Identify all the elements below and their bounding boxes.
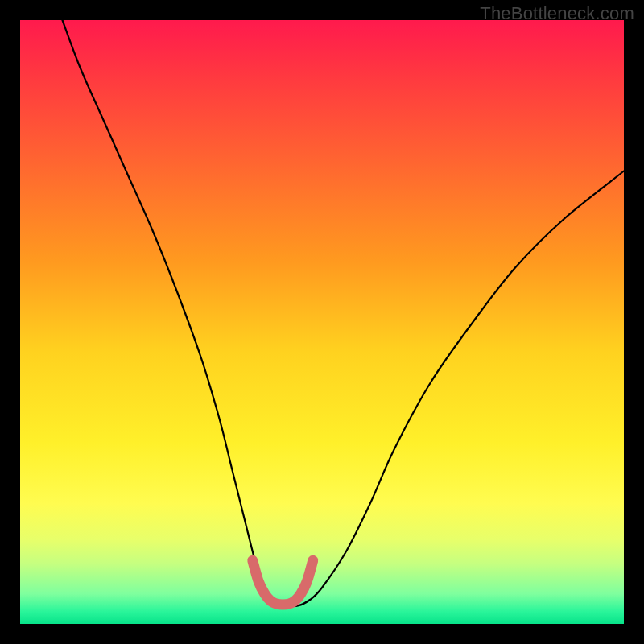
- chart-frame: TheBottleneck.com: [0, 0, 644, 644]
- bottleneck-curve: [63, 20, 625, 606]
- chart-svg: [20, 20, 624, 624]
- optimal-zone-marker: [253, 560, 313, 605]
- watermark-text: TheBottleneck.com: [480, 3, 634, 24]
